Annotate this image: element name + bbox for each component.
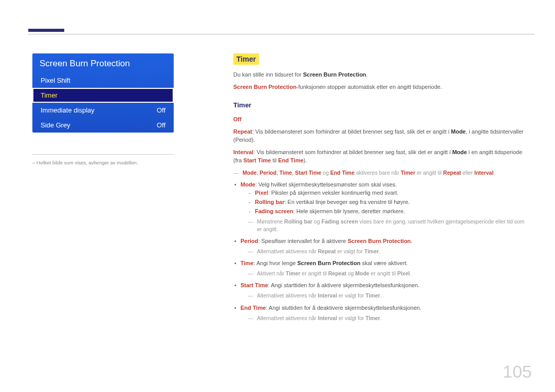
intro-line-2: Screen Burn Protection-funksjonen stoppe… (233, 83, 526, 91)
note-patterns-once: Mønstrene Rolling bar og Fading screen v… (248, 218, 526, 233)
interval-line: Interval: Vis bildemønsteret som forhind… (233, 148, 526, 165)
osd-menu-title: Screen Burn Protection (32, 53, 174, 73)
off-label: Off (233, 116, 526, 124)
model-footnote: – Hvilket bilde som vises, avhenger av m… (32, 154, 174, 165)
rolling-subitem: Rolling bar: En vertikal linje beveger s… (248, 198, 526, 207)
osd-item-immediate-display[interactable]: Immediate display Off (32, 103, 174, 118)
osd-item-label: Immediate display (41, 106, 95, 114)
osd-item-value: Off (157, 106, 165, 114)
subheading-timer: Timer (233, 101, 526, 110)
time-item: Time: Angi hvor lenge Screen Burn Protec… (233, 259, 526, 277)
section-heading-timer: Timer (233, 53, 259, 65)
osd-item-pixel-shift[interactable]: Pixel Shift (32, 73, 174, 88)
osd-menu-panel: Screen Burn Protection Pixel Shift Timer… (32, 53, 174, 133)
pixel-subitem: Pixel: Piksler på skjermen veksler konti… (248, 189, 526, 197)
options-list: Mode: Velg hvilket skjermbeskyttelsesmøn… (233, 181, 526, 322)
osd-item-timer[interactable]: Timer (32, 88, 174, 103)
osd-item-label: Pixel Shift (41, 77, 70, 84)
osd-item-label: Timer (41, 91, 58, 99)
osd-item-label: Side Grey (41, 121, 70, 129)
page-number: 105 (503, 362, 532, 382)
header-rule (28, 34, 534, 34)
footnote-text: Hvilket bilde som vises, avhenger av mod… (36, 160, 138, 165)
note-mode-period: Mode, Period, Time, Start Time og End Ti… (233, 169, 526, 177)
intro-line-1: Du kan stille inn tidsuret for Screen Bu… (233, 71, 526, 79)
note-period: Alternativet aktiveres når Repeat er val… (248, 248, 526, 255)
osd-item-side-grey[interactable]: Side Grey Off (32, 118, 174, 133)
mode-item: Mode: Velg hvilket skjermbeskyttelsesmøn… (233, 181, 526, 233)
repeat-line: Repeat: Vis bildemønsteret som forhindre… (233, 128, 526, 144)
start-time-item: Start Time: Angi starttiden for å aktive… (233, 282, 526, 300)
osd-item-value: Off (157, 121, 165, 129)
header-accent-bar (28, 29, 64, 32)
content-area: Timer Du kan stille inn tidsuret for Scr… (233, 53, 526, 326)
end-time-item: End Time: Angi sluttiden for å deaktiver… (233, 304, 526, 322)
note-start-time: Alternativet aktiveres når Interval er v… (248, 292, 526, 300)
fading-subitem: Fading screen: Hele skjermen blir lysere… (248, 208, 526, 216)
note-end-time: Alternativet aktiveres når Interval er v… (248, 314, 526, 322)
note-time: Aktivert når Timer er angitt til Repeat … (248, 270, 526, 277)
period-item: Period: Spesifiser intervallet for å akt… (233, 237, 526, 255)
